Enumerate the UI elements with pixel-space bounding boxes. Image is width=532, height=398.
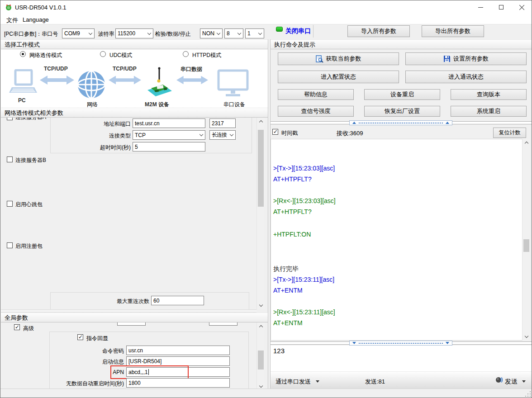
close-serial-button[interactable]: 关闭串口 xyxy=(285,27,311,35)
radio-httpd-mode[interactable] xyxy=(183,51,189,57)
send-text: 123 xyxy=(273,347,285,355)
radio-transparent-mode[interactable] xyxy=(20,51,26,57)
work-mode-panel: 网络透传模式 UDC模式 HTTPD模式 PC TCP/UDP 网络 TCP/U… xyxy=(1,49,268,108)
chevron-down-icon xyxy=(236,33,243,34)
address-port-label: 地址和端口 xyxy=(69,120,131,128)
scrollbar-up-button[interactable] xyxy=(522,139,530,147)
minimize-button[interactable] xyxy=(470,0,491,14)
server-a-checkbox[interactable] xyxy=(7,118,13,120)
parity-select[interactable]: NONI xyxy=(200,28,223,38)
log-output[interactable]: >[Tx->][15:23:03][asc] AT+HTPFLT? >[Rx<-… xyxy=(271,139,522,341)
menu-language[interactable]: Language xyxy=(20,15,51,24)
log-line: >[Tx->][15:23:11][asc] xyxy=(273,274,522,285)
send-via-serial-menu[interactable]: 通过串口发送 xyxy=(276,378,311,386)
net-params-scrollbar[interactable] xyxy=(256,118,264,309)
conn-mode-select[interactable]: 长连接 xyxy=(209,130,236,140)
send-input[interactable]: 123 xyxy=(271,346,532,371)
server-a-label: 连接服务器A xyxy=(15,118,46,121)
radio-udc-mode[interactable] xyxy=(100,51,106,57)
timestamp-checkbox[interactable] xyxy=(272,129,278,135)
net-params-header: 网络透传模式相关参数 xyxy=(1,108,268,118)
baud-rate-select[interactable]: 115200 xyxy=(115,28,153,38)
port-input[interactable]: 2317 xyxy=(209,118,236,128)
stopbits-select[interactable]: 1 xyxy=(245,28,264,38)
app-icon xyxy=(5,4,12,11)
set-params-button[interactable]: 设置所有参数 xyxy=(405,52,527,65)
global-params-viewport: 高级 指令回显 命令密码 usr.cn 启动信息 [USR-DR504] APN… xyxy=(1,322,256,390)
timeout-input[interactable]: 5 xyxy=(133,142,205,152)
signal-strength-button[interactable]: 查信号强度 xyxy=(278,106,354,117)
send-bar: 通过串口发送 发送:81 发送 xyxy=(271,371,532,389)
com-port-value: COM9 xyxy=(62,30,87,37)
radio-httpd-mode-label: HTTPD模式 xyxy=(192,52,221,59)
reboot-time-input[interactable]: 1800 xyxy=(126,378,230,388)
splitter-collapse-handle[interactable] xyxy=(349,341,452,346)
enter-comm-button[interactable]: 进入通讯状态 xyxy=(405,71,527,83)
parity-label: 检验/数据/停止 xyxy=(155,30,191,38)
clipped-field xyxy=(209,322,238,326)
heartbeat-label: 启用心跳包 xyxy=(15,201,43,208)
conn-type-select[interactable]: TCP xyxy=(133,130,205,140)
advanced-checkbox[interactable] xyxy=(14,324,20,330)
address-input[interactable]: test.usr.cn xyxy=(133,118,205,128)
reset-count-button[interactable]: 复位计数 xyxy=(493,128,526,138)
boot-info-input[interactable]: [USR-DR504] xyxy=(126,356,230,366)
chevron-down-icon xyxy=(259,384,262,388)
triangle-up-icon xyxy=(352,122,356,124)
query-version-button[interactable]: 查询版本 xyxy=(451,89,527,100)
title-bar: USR-DR504 V1.0.1 xyxy=(0,0,532,14)
scrollbar-thumb[interactable] xyxy=(258,130,264,207)
baud-label: 波特率 xyxy=(98,30,114,38)
scrollbar-thumb[interactable] xyxy=(523,239,529,252)
boot-info-label: 启动信息 xyxy=(55,358,124,366)
dropdown-caret-icon[interactable] xyxy=(522,380,526,383)
splitter-collapse-handle[interactable] xyxy=(349,120,452,125)
password-input[interactable]: usr.cn xyxy=(126,346,230,355)
chevron-down-icon xyxy=(259,303,262,307)
reconnect-input[interactable]: 60 xyxy=(151,296,204,305)
export-params-button[interactable]: 导出所有参数 xyxy=(422,25,484,37)
chevron-up-icon xyxy=(259,325,262,329)
help-info-button[interactable]: 帮助信息 xyxy=(278,89,354,100)
global-params-scrollbar[interactable] xyxy=(256,322,264,390)
databits-select[interactable]: 8 xyxy=(224,28,243,38)
net-params-hscrollbar[interactable] xyxy=(1,309,256,313)
maximize-icon xyxy=(499,5,504,9)
status-bar xyxy=(0,389,532,398)
com-port-select[interactable]: COM9 xyxy=(62,28,95,38)
factory-reset-button[interactable]: 恢复出厂设置 xyxy=(364,106,440,117)
system-restart-button[interactable]: 系统重启 xyxy=(451,106,527,117)
echo-checkbox[interactable] xyxy=(77,334,83,340)
log-line: >[Tx->][15:23:03][asc] xyxy=(273,163,522,174)
stopbits-value: 1 xyxy=(246,30,256,37)
resize-grip[interactable] xyxy=(525,391,531,397)
serial-status-icon xyxy=(276,27,283,32)
server-b-checkbox[interactable] xyxy=(7,156,13,162)
get-params-button[interactable]: 获取当前参数 xyxy=(278,52,399,65)
scrollbar-thumb[interactable] xyxy=(258,351,264,370)
heartbeat-checkbox[interactable] xyxy=(7,201,13,207)
device-restart-button[interactable]: 设备重启 xyxy=(364,89,440,100)
arrow-icon xyxy=(109,75,141,85)
scrollbar-up-button[interactable] xyxy=(257,322,265,330)
scrollbar-down-button[interactable] xyxy=(522,333,530,341)
dropdown-caret-icon[interactable] xyxy=(316,380,319,383)
maximize-button[interactable] xyxy=(491,0,512,14)
password-label: 命令密码 xyxy=(55,347,124,355)
set-params-label: 设置所有参数 xyxy=(453,55,489,63)
send-button[interactable]: 发送 xyxy=(505,378,518,386)
import-params-button[interactable]: 导入所有参数 xyxy=(347,25,410,37)
log-line: AT+HTPFLT? xyxy=(273,206,522,217)
work-mode-header: 选择工作模式 xyxy=(1,39,268,49)
log-scrollbar[interactable] xyxy=(522,139,530,341)
close-button[interactable] xyxy=(512,0,532,14)
arrow-icon xyxy=(40,75,74,85)
chevron-up-icon xyxy=(524,142,528,145)
chevron-down-icon xyxy=(87,33,94,34)
log-line: AT+ENTM xyxy=(273,285,522,296)
speaker-icon xyxy=(495,376,503,384)
scrollbar-up-button[interactable] xyxy=(257,118,265,125)
enter-config-button[interactable]: 进入配置状态 xyxy=(278,71,399,83)
scrollbar-down-button[interactable] xyxy=(257,302,265,309)
register-checkbox[interactable] xyxy=(7,242,13,248)
